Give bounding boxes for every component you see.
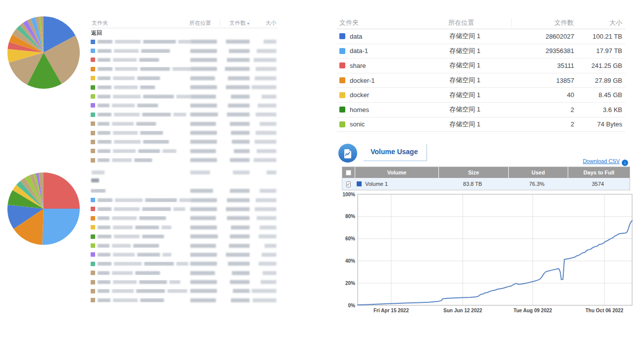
table-row[interactable] bbox=[91, 269, 277, 278]
location-cell bbox=[190, 189, 221, 193]
column-header-folder[interactable]: 文件夹 bbox=[91, 19, 189, 27]
folder-color-icon bbox=[91, 198, 95, 202]
table-row[interactable]: homes存储空间 123.6 KB bbox=[337, 103, 625, 117]
redacted-text bbox=[265, 244, 276, 248]
column-header-filecount[interactable]: 文件数 bbox=[511, 18, 574, 27]
table-row[interactable] bbox=[91, 46, 277, 55]
folder-color-icon bbox=[91, 40, 95, 44]
table-row[interactable] bbox=[91, 64, 277, 73]
folder-name-cell bbox=[91, 131, 190, 135]
folder-name: docker bbox=[350, 91, 369, 99]
y-axis-tick-label: 20% bbox=[345, 281, 355, 286]
back-link-redacted[interactable] bbox=[91, 178, 104, 186]
table-row[interactable] bbox=[91, 250, 277, 259]
folder-color-icon bbox=[91, 121, 95, 126]
volume-used: 76.3% bbox=[507, 181, 566, 187]
column-header-size[interactable]: Size bbox=[438, 167, 508, 178]
redacted-text bbox=[230, 280, 250, 284]
column-header-location[interactable]: 所在位置 bbox=[189, 19, 220, 27]
redacted-text bbox=[232, 140, 250, 144]
redacted-text bbox=[190, 198, 217, 202]
download-icon[interactable]: ↓ bbox=[622, 160, 628, 166]
column-header-size-redacted[interactable] bbox=[250, 170, 277, 174]
filecount-cell bbox=[221, 131, 250, 135]
folder-color-icon bbox=[91, 252, 95, 257]
column-header-size[interactable]: 大小 bbox=[249, 19, 277, 27]
redacted-text bbox=[98, 67, 112, 71]
table-row[interactable] bbox=[91, 259, 277, 268]
column-header-filecount-redacted[interactable] bbox=[221, 170, 250, 174]
table-row[interactable] bbox=[91, 37, 277, 46]
column-header-folder[interactable]: 文件夹 bbox=[337, 18, 448, 27]
column-header-volume[interactable]: Volume bbox=[355, 167, 438, 178]
download-csv-link[interactable]: Download CSV bbox=[583, 158, 620, 164]
table-row[interactable] bbox=[91, 137, 277, 146]
size-cell bbox=[250, 49, 277, 53]
column-header-days-to-full[interactable]: Days to Full bbox=[568, 167, 630, 178]
redacted-text bbox=[145, 198, 177, 202]
redacted-text bbox=[267, 170, 276, 174]
column-header-folder-redacted[interactable] bbox=[91, 170, 190, 174]
redacted-text bbox=[173, 113, 186, 116]
table-row[interactable]: data存储空间 128602027100.21 TB bbox=[337, 29, 625, 44]
table-row[interactable]: docker存储空间 1408.45 GB bbox=[337, 88, 625, 103]
folder-color-icon bbox=[91, 207, 95, 211]
table-row[interactable] bbox=[91, 101, 277, 110]
volume-checkbox[interactable]: ✓ bbox=[346, 181, 351, 187]
table-row[interactable] bbox=[91, 296, 277, 305]
column-header-location[interactable]: 所在位置 bbox=[448, 18, 511, 27]
table-row[interactable] bbox=[91, 119, 277, 128]
redacted-text bbox=[229, 49, 250, 53]
table-row[interactable] bbox=[91, 286, 277, 295]
column-header-location-redacted[interactable] bbox=[190, 170, 221, 174]
table-header: 文件夹 所在位置 文件数 大小 bbox=[337, 16, 625, 29]
table-row[interactable] bbox=[91, 223, 277, 232]
column-header-used[interactable]: Used bbox=[508, 167, 568, 178]
folder-name-cell bbox=[91, 252, 190, 257]
select-all-checkbox[interactable] bbox=[346, 170, 351, 175]
table-row[interactable] bbox=[91, 278, 277, 286]
column-header-filecount[interactable]: 文件数▾ bbox=[220, 19, 249, 27]
y-axis-tick-label: 100% bbox=[342, 192, 355, 197]
table-row[interactable] bbox=[91, 186, 277, 195]
folder-name-cell bbox=[91, 85, 190, 90]
table-row[interactable]: data-1存储空间 12935638117.97 TB bbox=[337, 44, 625, 59]
redacted-text bbox=[114, 140, 141, 144]
folder-color-icon bbox=[91, 225, 95, 229]
size-cell bbox=[250, 122, 277, 126]
redacted-text bbox=[98, 131, 110, 135]
folder-color-icon bbox=[339, 121, 345, 127]
table-row[interactable]: share存储空间 135111241.25 GB bbox=[337, 58, 625, 73]
table-row[interactable]: sonic存储空间 1274 Bytes bbox=[337, 117, 625, 132]
table-row[interactable] bbox=[91, 205, 277, 214]
table-row[interactable] bbox=[91, 195, 277, 204]
folder-name-cell: homes bbox=[337, 106, 449, 113]
table-row[interactable] bbox=[91, 214, 277, 223]
folder-color-icon bbox=[91, 289, 95, 293]
redacted-text bbox=[190, 140, 217, 144]
table-row[interactable]: docker-1存储空间 11385727.89 GB bbox=[337, 73, 625, 88]
table-row[interactable] bbox=[91, 156, 277, 165]
table-row[interactable] bbox=[91, 56, 277, 64]
back-link[interactable]: 返回 bbox=[91, 29, 104, 37]
table-row[interactable] bbox=[91, 110, 277, 119]
select-all-column[interactable] bbox=[342, 167, 355, 178]
folder-name-cell: docker-1 bbox=[337, 77, 449, 84]
table-row[interactable] bbox=[91, 83, 277, 92]
x-axis-tick-label: Sun Jun 12 2022 bbox=[443, 308, 483, 313]
column-header-size[interactable]: 大小 bbox=[574, 18, 625, 27]
redacted-text bbox=[113, 131, 138, 135]
size-cell bbox=[250, 95, 277, 99]
table-row[interactable] bbox=[91, 92, 277, 101]
location-cell bbox=[190, 85, 221, 89]
table-row[interactable] bbox=[91, 232, 277, 241]
table-row[interactable] bbox=[91, 147, 277, 156]
table-row[interactable] bbox=[91, 241, 277, 250]
table-row[interactable] bbox=[91, 128, 277, 137]
filecount-cell bbox=[221, 244, 250, 248]
location-cell bbox=[190, 262, 221, 266]
table-row[interactable] bbox=[91, 74, 277, 83]
size-cell bbox=[250, 85, 277, 89]
redacted-text bbox=[190, 40, 217, 44]
redacted-text bbox=[190, 149, 216, 153]
